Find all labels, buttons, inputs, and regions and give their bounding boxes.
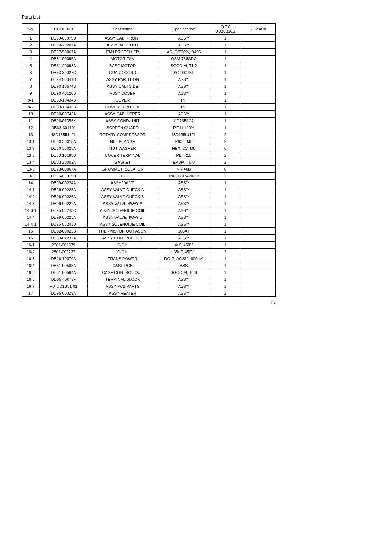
cell-spec: ASS'Y: [158, 42, 210, 49]
cell-no: 14-4: [22, 214, 40, 221]
cell-desc: GUARD COND: [87, 69, 158, 76]
cell-qty: 2: [210, 159, 241, 166]
cell-remark: [241, 145, 275, 152]
cell-desc: ASSY SOLENOIDE COIL: [87, 221, 158, 228]
table-row: 16DB93-01232AASSY CONTROL OUTASS'Y1: [22, 235, 276, 242]
cell-desc: ASSY SOLENOIDE COIL: [87, 207, 158, 214]
cell-spec: ASS'Y: [158, 221, 210, 228]
cell-code: DB31-00095A: [40, 56, 88, 62]
cell-qty: 1: [210, 118, 241, 124]
cell-code: DB35-00015H: [40, 173, 88, 180]
cell-desc: COVER TERMINAL: [87, 152, 158, 159]
table-row: 9DB90-40120BASSY COVERASS'Y1: [22, 90, 276, 97]
cell-desc: ASSY CONTROL OUT: [87, 235, 158, 242]
header-code: CODE NO: [40, 24, 88, 35]
cell-qty: 1: [210, 235, 241, 242]
cell-no: 16-4: [22, 262, 40, 269]
page-number: 27: [22, 300, 276, 305]
cell-spec: ASS'Y: [158, 193, 210, 200]
cell-remark: [241, 152, 275, 159]
cell-no: 3: [22, 49, 40, 56]
cell-spec: ASS'Y: [158, 276, 210, 283]
cell-qty: 1: [210, 242, 241, 249]
table-row: 16-4DB61-00585ACASE PCBABS1: [22, 262, 276, 269]
cell-code: DB61-00584A: [40, 269, 88, 276]
cell-no: 14-1: [22, 186, 40, 193]
cell-no: 16: [22, 235, 40, 242]
cell-code: PD-UD1B81-01: [40, 283, 88, 290]
cell-desc: FAN PROPELLER: [87, 49, 158, 56]
cell-code: DB94-50041D: [40, 76, 88, 83]
cell-spec: RAC12074-9622: [158, 173, 210, 180]
cell-desc: THERMISTOR OUT ASS'Y: [87, 228, 158, 235]
cell-desc: TERMINAL BLOCK: [87, 276, 158, 283]
cell-qty: 1: [210, 214, 241, 221]
cell-remark: [241, 200, 275, 207]
cell-qty: 1: [210, 69, 241, 76]
cell-no: 5: [22, 62, 40, 69]
cell-no: 16-2: [22, 249, 40, 255]
cell-qty: 1: [210, 83, 241, 90]
cell-no: 14-2: [22, 193, 40, 200]
cell-code: DB90-00742A: [40, 111, 88, 118]
cell-remark: [241, 166, 275, 173]
cell-qty: 1: [210, 90, 241, 97]
cell-qty: 1: [210, 104, 241, 111]
table-row: 11DB96-01356KASSY COND-UNITUD26B1C21: [22, 118, 276, 124]
cell-no: 11: [22, 118, 40, 124]
cell-qty: 2: [210, 249, 241, 255]
cell-no: 13-6: [22, 173, 40, 180]
cell-desc: ASSY CABI FRONT: [87, 35, 158, 42]
table-row: 13-2DB60-30028ANUT WASHERHEX, 2C, M86: [22, 145, 276, 152]
cell-no: 14-3: [22, 200, 40, 207]
cell-code: DB99-00224A: [40, 180, 88, 186]
table-row: 16-12301-001379C-OIL4uF, 450V1: [22, 242, 276, 249]
cell-desc: SCREEN GUARD: [87, 124, 158, 131]
cell-no: 14-4-1: [22, 221, 40, 228]
table-row: 9-2DB63-10433BCOVER CONTROLPP1: [22, 104, 276, 111]
cell-no: 9-1: [22, 97, 40, 104]
cell-desc: ROTARY COMPRESSOR: [87, 131, 158, 138]
cell-spec: ABS: [158, 262, 210, 269]
cell-spec: NR 40B: [158, 166, 210, 173]
cell-desc: ASSY PCB PARTS: [87, 283, 158, 290]
cell-spec: OSM-738SRC: [158, 56, 210, 62]
cell-qty: 1: [210, 283, 241, 290]
cell-spec: SC-90073T: [158, 69, 210, 76]
cell-desc: ASSY VALVE CHECK A: [87, 186, 158, 193]
cell-qty: 1: [210, 76, 241, 83]
cell-code: DB61-00585A: [40, 262, 88, 269]
cell-remark: [241, 118, 275, 124]
cell-no: 2: [22, 42, 40, 49]
cell-no: 6: [22, 69, 40, 76]
table-row: 4DB31-00095AMOTOR FANOSM-738SRC1: [22, 56, 276, 62]
cell-no: 13: [22, 131, 40, 138]
cell-remark: [241, 221, 275, 228]
cell-spec: SGCC-M, T1.2: [158, 62, 210, 69]
table-row: 13-1DB60-30018ANUT FLANGEPI0.8, M52: [22, 138, 276, 145]
cell-no: 10: [22, 111, 40, 118]
cell-no: 16-3: [22, 255, 40, 262]
cell-qty: 2: [210, 152, 241, 159]
cell-no: 13-1: [22, 138, 40, 145]
table-row: 7DB94-50041DASSY PARTITIONASS'Y1: [22, 76, 276, 83]
table-row: 13-6DB35-00015HOLPRAC12074-96222: [22, 173, 276, 180]
cell-no: 7: [22, 76, 40, 83]
cell-remark: [241, 269, 275, 276]
cell-remark: [241, 69, 275, 76]
cell-spec: PI0.8, M5: [158, 138, 210, 145]
cell-remark: [241, 255, 275, 262]
table-row: 3DB67-50067AFAN PROPELLERAS+G/F20%, D495…: [22, 49, 276, 56]
table-row: 14-4DB99-00223AASSY VALVE 4WAY BASS'Y1: [22, 214, 276, 221]
cell-code: DB63-30027C: [40, 69, 88, 76]
cell-desc: BASE MOTOR: [87, 62, 158, 69]
cell-code: DB90-00075D: [40, 35, 88, 42]
cell-qty: 1: [210, 62, 241, 69]
cell-remark: [241, 131, 275, 138]
cell-qty: 2: [210, 138, 241, 145]
cell-desc: COVER CONTROL: [87, 104, 158, 111]
cell-code: DB63-10434B: [40, 97, 88, 104]
table-row: 14-2DB99-00226AASSY VALVE CHECK BASS'Y1: [22, 193, 276, 200]
cell-qty: 1: [210, 221, 241, 228]
cell-spec: HEX, 2C, M8: [158, 145, 210, 152]
